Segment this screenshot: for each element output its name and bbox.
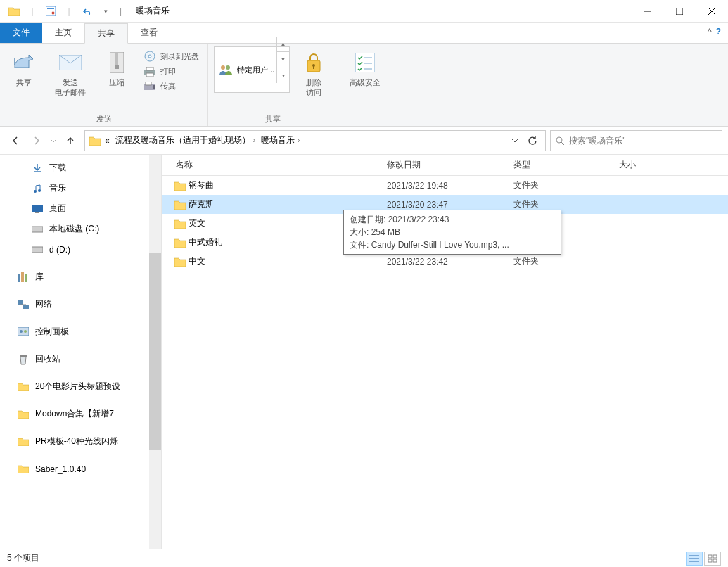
column-size[interactable]: 大小 (619, 159, 728, 171)
drive-icon (31, 225, 44, 234)
folder-icon (6, 3, 23, 20)
sidebar-item-folder-3[interactable]: PR模板-40种光线闪烁 (0, 431, 161, 452)
status-item-count: 5 个项目 (7, 552, 39, 564)
help-icon[interactable]: ? (716, 27, 721, 37)
sidebar-item-folder-1[interactable]: 20个电影片头标题预设 (0, 376, 161, 397)
folder-icon (17, 383, 30, 391)
ribbon-group-sharewith: 特定用户... ▲ ▼ ▾ 删除 访问 共享 (208, 44, 338, 126)
ribbon-send-options: 刻录到光盘 打印 传真 (141, 46, 202, 93)
tab-home[interactable]: 主页 (42, 23, 84, 43)
svg-rect-1 (47, 8, 54, 9)
sidebar-item-label: 下载 (49, 162, 66, 174)
column-type[interactable]: 类型 (513, 159, 619, 171)
search-input[interactable] (569, 136, 717, 146)
view-icons-button[interactable] (704, 552, 721, 566)
share-button[interactable]: 共享 (6, 46, 42, 87)
column-date[interactable]: 修改日期 (387, 159, 513, 171)
nav-scrollbar[interactable] (149, 155, 161, 549)
nav-scrollbar-thumb[interactable] (149, 253, 161, 450)
recent-dropdown[interactable] (48, 131, 59, 151)
sidebar-item-disk-c[interactable]: 本地磁盘 (C:) (0, 219, 161, 239)
up-button[interactable] (60, 131, 80, 151)
file-type: 文件夹 (513, 255, 619, 267)
svg-rect-19 (153, 85, 155, 89)
zip-button[interactable]: 压缩 (98, 46, 135, 87)
folder-icon (172, 238, 189, 248)
sidebar-item-label: PR模板-40种光线闪烁 (35, 435, 118, 447)
ribbon-collapse-icon[interactable]: ^ (708, 27, 712, 37)
svg-rect-52 (708, 555, 712, 558)
svg-rect-38 (32, 247, 43, 253)
title-bar: | | ▾ | 暖场音乐 (0, 0, 728, 23)
refresh-button[interactable] (523, 131, 542, 151)
breadcrumb-item-2[interactable]: 暖场音乐› (258, 131, 302, 151)
remove-access-button[interactable]: 删除 访问 (295, 46, 332, 98)
tab-view[interactable]: 查看 (128, 23, 170, 43)
chevron-right-icon: › (253, 136, 255, 144)
share-gallery[interactable]: 特定用户... ▲ ▼ ▾ (214, 46, 290, 93)
sidebar-item-music[interactable]: 音乐 (0, 178, 161, 198)
column-name[interactable]: 名称 (162, 159, 387, 171)
nav-arrows (6, 131, 80, 151)
undo-icon[interactable] (79, 3, 96, 20)
navigation-pane: 下载 音乐 桌面 本地磁盘 (C:) d (D:) 库 网络 控制面板 回收站 … (0, 155, 162, 549)
sidebar-item-recycle-bin[interactable]: 回收站 (0, 349, 161, 369)
zip-label: 压缩 (109, 77, 124, 87)
breadcrumb-item-1[interactable]: 流程及暖场音乐（适用于婚礼现场）› (113, 131, 258, 151)
close-button[interactable] (696, 0, 728, 23)
back-button[interactable] (6, 131, 25, 151)
svg-point-46 (20, 330, 23, 333)
tab-file[interactable]: 文件 (0, 23, 42, 43)
fax-icon (143, 82, 156, 91)
svg-rect-10 (115, 52, 118, 65)
printer-icon (143, 67, 156, 77)
sidebar-item-downloads[interactable]: 下载 (0, 158, 161, 178)
print-label: 打印 (160, 66, 176, 77)
address-bar[interactable]: « 流程及暖场音乐（适用于婚礼现场）› 暖场音乐› (84, 130, 546, 151)
address-dropdown[interactable] (507, 131, 523, 151)
tab-share[interactable]: 共享 (84, 23, 128, 44)
sidebar-item-desktop[interactable]: 桌面 (0, 198, 161, 219)
advanced-security-button[interactable]: 高级安全 (344, 46, 386, 87)
body: 下载 音乐 桌面 本地磁盘 (C:) d (D:) 库 网络 控制面板 回收站 … (0, 155, 728, 549)
sidebar-item-folder-2[interactable]: Modown合集【新增7 (0, 404, 161, 424)
folder-icon (17, 438, 30, 446)
search-box[interactable] (550, 130, 722, 151)
sidebar-item-libraries[interactable]: 库 (0, 267, 161, 287)
sidebar-item-network[interactable]: 网络 (0, 294, 161, 314)
view-details-button[interactable] (686, 552, 703, 566)
print-button[interactable]: 打印 (141, 65, 202, 78)
sidebar-item-label: 网络 (35, 298, 52, 310)
remove-access-label: 删除 访问 (306, 77, 321, 98)
sidebar-item-label: 20个电影片头标题预设 (35, 381, 120, 393)
breadcrumb-prefix[interactable]: « (102, 131, 113, 151)
ribbon-group-sharewith-label: 共享 (265, 114, 281, 125)
qat-dropdown-icon[interactable]: ▾ (97, 3, 114, 20)
forward-button[interactable] (27, 131, 46, 151)
sidebar-item-label: Modown合集【新增7 (35, 408, 114, 420)
maximize-button[interactable] (663, 0, 696, 23)
file-date: 2021/3/22 19:48 (387, 181, 513, 191)
fax-button[interactable]: 传真 (141, 79, 202, 93)
burn-button[interactable]: 刻录到光盘 (141, 49, 202, 63)
sidebar-item-label: d (D:) (49, 245, 70, 255)
sidebar-item-folder-4[interactable]: Saber_1.0.40 (0, 459, 161, 479)
email-button[interactable]: 发送 电子邮件 (48, 46, 93, 98)
sidebar-item-label: 桌面 (49, 203, 66, 215)
svg-rect-24 (313, 65, 314, 69)
disc-icon (143, 51, 156, 62)
properties-icon[interactable] (42, 3, 59, 20)
svg-rect-37 (32, 231, 35, 231)
tooltip-line: 大小: 254 MB (350, 226, 555, 238)
svg-point-13 (148, 55, 151, 58)
tooltip-line: 创建日期: 2021/3/22 23:43 (350, 213, 555, 226)
window-controls (631, 0, 728, 23)
sidebar-item-disk-d[interactable]: d (D:) (0, 239, 161, 260)
minimize-button[interactable] (631, 0, 663, 23)
table-row[interactable]: 中文2021/3/22 23:42文件夹 (162, 252, 728, 271)
zip-icon (110, 51, 124, 75)
sidebar-item-control-panel[interactable]: 控制面板 (0, 321, 161, 342)
status-bar: 5 个项目 (0, 549, 728, 567)
table-row[interactable]: 钢琴曲2021/3/22 19:48文件夹 (162, 176, 728, 195)
svg-line-30 (561, 142, 564, 145)
